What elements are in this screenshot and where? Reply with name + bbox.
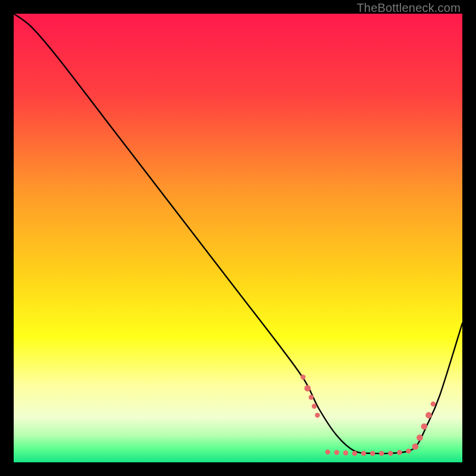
highlight-dot — [309, 394, 314, 399]
chart-stage: TheBottleneck.com — [0, 0, 476, 476]
highlight-dot — [325, 449, 330, 454]
highlight-dot — [379, 451, 384, 456]
highlight-dot — [361, 451, 366, 456]
highlight-dot — [352, 451, 357, 456]
chart-plot-area — [14, 14, 462, 462]
highlight-dot — [431, 402, 436, 406]
highlight-dot — [412, 443, 419, 450]
attribution-text: TheBottleneck.com — [356, 1, 461, 15]
highlight-dot — [334, 450, 339, 455]
highlight-dot — [421, 423, 428, 430]
highlight-dot — [370, 451, 375, 456]
highlight-dot — [343, 450, 348, 455]
highlight-dot — [300, 375, 305, 380]
highlight-dot — [315, 413, 320, 418]
highlight-dot — [388, 451, 393, 456]
highlight-dot — [312, 404, 317, 409]
highlight-dot — [397, 450, 402, 455]
highlight-dot — [416, 434, 423, 441]
chart-svg — [14, 14, 462, 462]
highlight-dot — [425, 412, 432, 419]
chart-background — [14, 14, 462, 462]
highlight-dot — [305, 385, 311, 392]
highlight-dot — [406, 449, 411, 453]
